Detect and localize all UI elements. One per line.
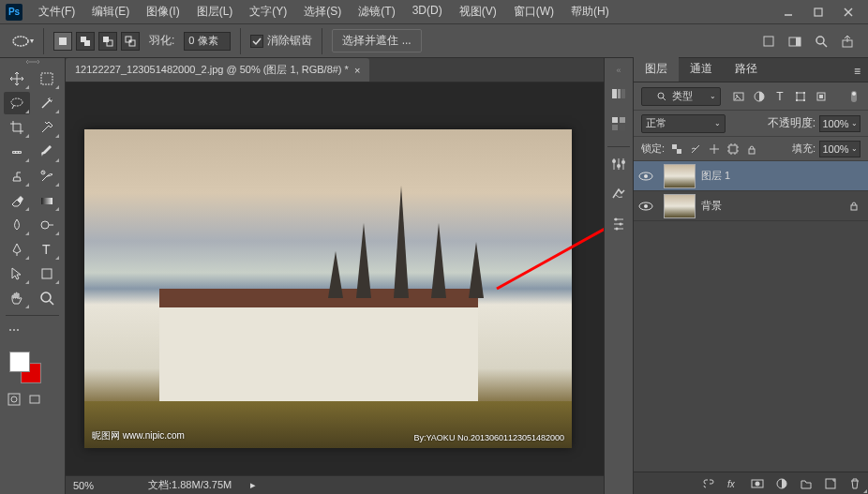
menu-view[interactable]: 视图(V) (453, 1, 503, 22)
layer-row[interactable]: 图层 1 (634, 161, 868, 191)
foreground-color[interactable] (9, 352, 30, 372)
blend-mode-select[interactable]: 正常⌄ (641, 114, 726, 133)
path-select-tool[interactable] (4, 262, 30, 285)
brush-tool[interactable] (34, 141, 60, 163)
swatches-panel-icon[interactable] (607, 112, 630, 135)
fill-input[interactable]: 100%⌄ (819, 141, 861, 157)
adjustment-layer-icon[interactable] (774, 476, 789, 491)
layer-thumbnail[interactable] (664, 194, 696, 218)
select-and-mask-button[interactable]: 选择并遮住 ... (332, 29, 421, 52)
menu-select[interactable]: 选择(S) (297, 1, 348, 22)
type-tool[interactable]: T (34, 238, 60, 261)
document-tab[interactable]: 12122227_123051482000_2.jpg @ 50% (图层 1,… (66, 58, 369, 82)
layer-name[interactable]: 图层 1 (701, 169, 861, 183)
zoom-tool[interactable] (34, 287, 60, 309)
zoom-value[interactable]: 50% (73, 480, 129, 491)
close-icon[interactable]: × (354, 65, 360, 76)
new-group-icon[interactable] (799, 476, 814, 491)
opacity-input[interactable]: 100%⌄ (819, 115, 861, 132)
magic-wand-tool[interactable] (34, 92, 60, 114)
lock-artboard-icon[interactable] (726, 142, 740, 156)
pin-icon[interactable] (759, 32, 778, 51)
tab-layers[interactable]: 图层 (634, 56, 679, 82)
panel-menu-icon[interactable]: ≡ (846, 61, 868, 82)
minimize-button[interactable] (774, 3, 802, 22)
history-brush-tool[interactable] (34, 165, 60, 187)
mode-new-selection[interactable] (53, 32, 72, 51)
toolbox-handle[interactable] (0, 58, 65, 66)
layer-thumbnail[interactable] (664, 164, 696, 188)
crop-tool[interactable] (4, 116, 30, 139)
filter-smart-icon[interactable] (815, 90, 828, 103)
healing-tool[interactable] (4, 141, 30, 163)
filter-type-icon[interactable]: T (773, 90, 786, 103)
layer-style-icon[interactable]: fx (726, 476, 741, 491)
close-button[interactable] (834, 3, 862, 22)
marquee-tool[interactable] (34, 67, 60, 90)
mode-subtract-selection[interactable] (98, 32, 117, 51)
styles-panel-icon[interactable] (607, 183, 630, 205)
color-swatches[interactable] (0, 348, 65, 389)
layer-mask-icon[interactable] (750, 476, 765, 491)
filter-shape-icon[interactable] (794, 90, 807, 103)
mode-add-selection[interactable] (76, 32, 95, 51)
tab-paths[interactable]: 路径 (724, 56, 769, 82)
filter-toggle-icon[interactable] (847, 90, 861, 103)
blur-tool[interactable] (4, 214, 30, 236)
lock-pixels-icon[interactable] (689, 142, 702, 156)
filter-pixel-icon[interactable] (732, 90, 745, 103)
screenmode-tool[interactable] (26, 391, 43, 408)
canvas-area[interactable]: 昵图网 www.nipic.com By:YAOKU No.2013060112… (66, 82, 604, 475)
current-tool-icon[interactable]: ▾ (11, 30, 34, 52)
tab-channels[interactable]: 通道 (679, 56, 724, 82)
menu-3d[interactable]: 3D(D) (406, 1, 449, 22)
menu-image[interactable]: 图像(I) (140, 1, 186, 22)
menu-edit[interactable]: 编辑(E) (85, 1, 136, 22)
lock-position-icon[interactable] (708, 142, 721, 156)
link-layers-icon[interactable] (701, 476, 716, 491)
layer-row[interactable]: 背景 (634, 191, 868, 221)
visibility-toggle[interactable] (634, 171, 658, 182)
lock-all-icon[interactable] (745, 142, 758, 156)
adjustments-panel-icon[interactable] (607, 153, 630, 175)
menu-window[interactable]: 窗口(W) (507, 1, 561, 22)
color-panel-icon[interactable] (607, 82, 630, 105)
menu-type[interactable]: 文字(Y) (243, 1, 293, 22)
delete-layer-icon[interactable] (847, 476, 862, 491)
menu-file[interactable]: 文件(F) (32, 1, 82, 22)
status-chevron-icon[interactable]: ▸ (250, 479, 256, 491)
quickmask-tool[interactable] (6, 391, 22, 408)
share-icon[interactable] (838, 32, 857, 51)
antialias-checkbox[interactable]: 消除锯齿 (250, 33, 312, 49)
gradient-tool[interactable] (34, 189, 60, 212)
filter-adjust-icon[interactable] (753, 90, 766, 103)
new-layer-icon[interactable] (823, 476, 838, 491)
dodge-tool[interactable] (34, 214, 60, 236)
feather-input[interactable] (184, 32, 231, 51)
layer-name[interactable]: 背景 (701, 199, 847, 213)
mode-intersect-selection[interactable] (121, 32, 140, 51)
pen-tool[interactable] (4, 238, 30, 261)
libraries-panel-icon[interactable] (607, 213, 630, 235)
strip-expand-handle[interactable]: « (616, 66, 621, 75)
menu-filter[interactable]: 滤镜(T) (352, 1, 401, 22)
document-canvas[interactable]: 昵图网 www.nipic.com By:YAOKU No.2013060112… (84, 129, 572, 448)
visibility-toggle[interactable] (634, 201, 658, 212)
eraser-tool[interactable] (4, 189, 30, 212)
clone-stamp-tool[interactable] (4, 165, 30, 187)
eyedropper-tool[interactable] (34, 116, 60, 139)
edit-toolbar-icon[interactable]: ⋯ (6, 322, 22, 338)
filter-type-select[interactable]: 类型⌄ (641, 87, 721, 106)
shape-tool[interactable] (34, 262, 60, 285)
menu-help[interactable]: 帮助(H) (564, 1, 616, 22)
workspace-icon[interactable] (786, 32, 804, 51)
search-icon[interactable] (812, 32, 831, 51)
lock-transparent-icon[interactable] (670, 142, 683, 156)
svg-rect-20 (41, 73, 52, 84)
maximize-button[interactable] (804, 3, 832, 22)
menu-layer[interactable]: 图层(L) (190, 1, 240, 22)
svg-rect-80 (851, 205, 857, 210)
hand-tool[interactable] (4, 287, 30, 309)
lasso-tool[interactable] (4, 92, 30, 114)
move-tool[interactable] (4, 67, 30, 90)
